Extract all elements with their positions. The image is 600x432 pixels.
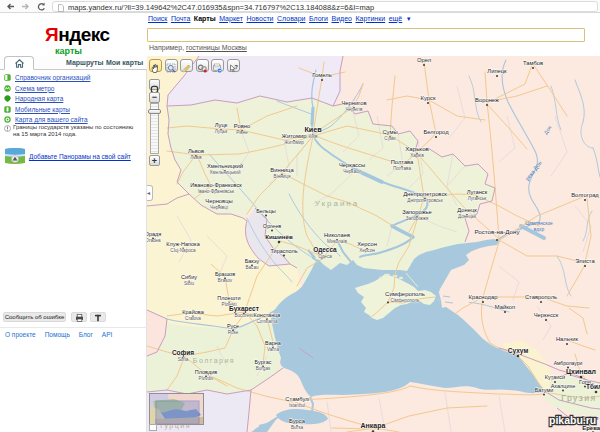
svg-text:Клуж-Напока: Клуж-Напока — [166, 241, 200, 247]
svg-text:Хмельницький: Хмельницький — [210, 169, 241, 175]
svg-text:Брашов: Брашов — [215, 271, 235, 277]
svg-text:Чернiвцi: Чернiвцi — [210, 205, 228, 210]
svg-text:Чернiгiв: Чернiгiв — [346, 107, 363, 112]
svg-text:Сибиу: Сибиу — [181, 274, 197, 280]
svg-text:Варна: Варна — [265, 340, 282, 346]
svg-text:Istanbul: Istanbul — [289, 403, 305, 408]
svg-text:Ставрополь: Ставрополь — [525, 294, 557, 300]
svg-text:Суми: Суми — [384, 136, 396, 141]
svg-text:Бурса: Бурса — [289, 418, 306, 424]
svg-text:Цимлянское: Цимлянское — [525, 221, 553, 226]
svg-text:Bursa: Bursa — [291, 425, 303, 430]
svg-text:Черкассы: Черкассы — [339, 162, 365, 168]
svg-text:Плоешти: Плоешти — [217, 295, 240, 301]
svg-text:Oradea: Oradea — [147, 238, 161, 243]
svg-text:Одеса: Одеса — [318, 254, 332, 259]
svg-text:Днепропетровск: Днепропетровск — [403, 191, 447, 197]
svg-text:?: ? — [234, 64, 238, 70]
svg-text:Орел: Орел — [417, 57, 431, 63]
svg-text:Луцьк: Луцьк — [215, 129, 228, 134]
svg-text:Тирасполь: Тирасполь — [270, 248, 297, 254]
svg-text:Iвано-Франкiвськ: Iвано-Франкiвськ — [198, 189, 235, 194]
svg-text:Полтава: Полтава — [391, 159, 414, 165]
svg-text:Запорожье: Запорожье — [402, 209, 432, 215]
svg-text:Луганск: Луганск — [467, 189, 488, 195]
svg-text:Bacau: Bacau — [245, 265, 258, 270]
svg-text:Сумы: Сумы — [382, 129, 397, 135]
svg-text:Харкiв: Харкiв — [410, 153, 424, 158]
svg-text:Кишинёв: Кишинёв — [265, 233, 293, 240]
svg-text:Элиста: Элиста — [575, 258, 595, 264]
svg-text:Батуми: Батуми — [535, 387, 554, 393]
svg-text:Харьков: Харьков — [405, 145, 429, 152]
svg-text:Сiмферополь: Сiмферополь — [391, 298, 421, 303]
svg-text:Чернигов: Чернигов — [341, 100, 366, 106]
svg-text:Бельцы: Бельцы — [256, 208, 276, 214]
svg-text:Симферополь: Симферополь — [385, 291, 425, 297]
svg-text:Донецк: Донецк — [457, 207, 477, 213]
svg-text:Черкесск: Черкесск — [534, 312, 559, 318]
svg-text:Луганськ: Луганськ — [468, 196, 488, 201]
svg-text:Курск: Курск — [421, 95, 436, 101]
svg-text:Craiova: Craiova — [185, 316, 201, 321]
svg-text:Тбили: Тбили — [586, 383, 600, 390]
svg-text:Стамбул: Стамбул — [285, 396, 308, 402]
svg-text:Ахалцихе: Ахалцихе — [551, 383, 576, 389]
svg-text:Амбролаури: Амбролаури — [554, 360, 583, 366]
svg-text:Николаев: Николаев — [324, 232, 350, 238]
svg-text:Винница: Винница — [270, 167, 294, 173]
svg-text:Бакэу: Бакэу — [245, 258, 260, 264]
svg-text:Тамбов: Тамбов — [523, 60, 543, 66]
svg-text:Черкаси: Черкаси — [343, 169, 361, 174]
svg-text:Крайова: Крайова — [182, 309, 204, 315]
svg-text:Brasov: Brasov — [218, 278, 233, 283]
svg-text:Грузия: Грузия — [561, 393, 596, 403]
svg-text:Запорiжжя: Запорiжжя — [406, 216, 429, 221]
svg-text:Сухум: Сухум — [508, 347, 529, 355]
svg-text:Вiнниця: Вiнниця — [274, 174, 291, 179]
svg-text:Русе: Русе — [227, 323, 239, 329]
svg-text:Херсон: Херсон — [357, 241, 377, 247]
svg-text:Bucuresti: Bucuresti — [234, 313, 253, 318]
svg-text:Plovdiv: Plovdiv — [199, 376, 215, 381]
svg-text:Varna: Varna — [267, 347, 279, 352]
svg-text:Кутаиси: Кутаиси — [545, 374, 565, 380]
svg-text:Львов: Львов — [188, 148, 204, 154]
svg-text:Волгоград: Волгоград — [571, 192, 599, 198]
svg-text:Constanta: Constanta — [257, 319, 278, 324]
svg-text:Цхинвал: Цхинвал — [566, 368, 596, 376]
svg-text:Житомир: Житомир — [282, 133, 307, 139]
svg-text:Майкоп: Майкоп — [495, 304, 515, 310]
svg-text:Бургас: Бургас — [255, 359, 272, 365]
svg-text:Burgas: Burgas — [256, 366, 271, 371]
svg-text:Львiв: Львiв — [190, 155, 202, 160]
svg-text:Миколаїв: Миколаїв — [327, 239, 347, 244]
svg-text:Рiвне: Рiвне — [236, 130, 248, 135]
svg-text:Ростов-на-Дону: Ростов-на-Дону — [474, 228, 520, 235]
svg-text:Днiпропетровськ: Днiпропетровськ — [407, 198, 443, 203]
svg-text:Луцк: Луцк — [215, 122, 228, 128]
svg-text:Херсон: Херсон — [359, 248, 375, 253]
svg-text:Полтава: Полтава — [393, 166, 411, 171]
svg-text:Ровно: Ровно — [234, 123, 250, 129]
svg-text:Белгород: Белгород — [423, 129, 449, 135]
svg-text:Оргеев: Оргеев — [263, 223, 281, 229]
svg-text:Липецк: Липецк — [487, 68, 507, 74]
svg-text:Донецьк: Донецьк — [458, 214, 477, 219]
svg-text:Болгария: Болгария — [193, 357, 235, 365]
svg-text:Київ: Київ — [309, 134, 319, 139]
svg-text:Ruse: Ruse — [228, 330, 239, 335]
svg-text:Пловдив: Пловдив — [195, 369, 217, 375]
svg-text:Констанца: Констанца — [254, 312, 282, 318]
svg-text:Воронеж: Воронеж — [475, 97, 499, 103]
svg-text:Украина: Украина — [315, 199, 359, 208]
svg-text:Sofia: Sofia — [178, 357, 189, 362]
svg-text:Иваново-Франковск: Иваново-Франковск — [190, 182, 242, 188]
svg-text:Краснодар: Краснодар — [469, 294, 498, 300]
svg-text:Хмельницкий: Хмельницкий — [207, 163, 243, 169]
svg-text:вдхр: вдхр — [534, 227, 545, 232]
svg-text:Нальчик: Нальчик — [556, 336, 579, 342]
svg-text:Черновцы: Черновцы — [205, 198, 232, 204]
svg-text:Гомель: Гомель — [312, 72, 331, 78]
svg-text:Sibiu: Sibiu — [184, 281, 195, 286]
